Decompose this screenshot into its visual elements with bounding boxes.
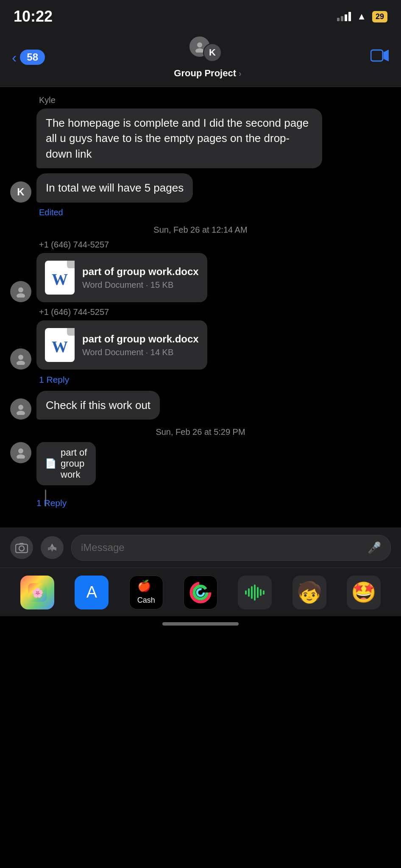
svg-point-10 <box>18 448 23 453</box>
signal-icon <box>337 12 351 21</box>
timestamp: Sun, Feb 26 at 12:14 AM <box>10 225 391 235</box>
svg-marker-3 <box>384 50 389 61</box>
dock-emoji-person-icon[interactable]: 🤩 <box>347 576 381 609</box>
group-avatars: K <box>189 36 227 65</box>
reply-preview-row: 📄 part of group work 1 Reply <box>10 442 391 514</box>
file-icon: W <box>45 261 75 295</box>
file-message-row-2: W part of group work.docx Word Document … <box>10 320 391 370</box>
svg-point-11 <box>17 454 25 459</box>
camera-button[interactable] <box>10 536 33 559</box>
home-bar <box>162 622 239 626</box>
file-meta-2: Word Document · 14 KB <box>82 348 199 357</box>
svg-point-13 <box>19 546 24 551</box>
svg-point-6 <box>18 355 23 360</box>
word-w-icon-2: W <box>52 337 68 356</box>
camera-icon <box>15 542 28 553</box>
messages-area: Kyle The homepage is complete and I did … <box>0 87 401 528</box>
message-text: The homepage is complete and I did the s… <box>46 117 309 160</box>
message-avatar: K <box>10 181 31 203</box>
message-avatar-3 <box>10 398 31 420</box>
phone-label-2: +1 (646) 744-5257 <box>39 307 391 317</box>
person-icon-4 <box>15 447 27 459</box>
person-icon-3 <box>15 403 27 415</box>
svg-point-5 <box>17 293 25 298</box>
check-message-bubble[interactable]: Check if this work out <box>36 391 160 420</box>
memoji-face-icon: 🧒 <box>297 581 322 604</box>
person-icon-small <box>15 286 27 298</box>
phone-label-1: +1 (646) 744-5257 <box>39 240 391 250</box>
svg-point-0 <box>197 42 202 47</box>
message-bubble[interactable]: The homepage is complete and I did the s… <box>36 108 322 168</box>
apps-icon <box>46 541 58 554</box>
avatar-initial-k: K <box>209 47 216 58</box>
message-row-check: Check if this work out <box>10 391 391 420</box>
dock-photos-icon[interactable]: 🌸 <box>20 576 54 609</box>
activity-ring-icon <box>189 581 212 604</box>
back-badge-count: 58 <box>20 50 45 65</box>
file-name-2: part of group work.docx <box>82 332 199 345</box>
dock-appstore-icon[interactable]: A <box>75 576 109 609</box>
sender-label-kyle: Kyle <box>39 95 391 105</box>
dock-activity-icon[interactable] <box>184 576 217 609</box>
video-icon <box>370 48 389 63</box>
svg-point-7 <box>17 361 25 365</box>
reply-preview-bubble[interactable]: 📄 part of group work <box>36 442 144 485</box>
doc-icon: 📄 <box>45 458 56 469</box>
photos-icon: 🌸 <box>28 583 47 602</box>
file-info: part of group work.docx Word Document · … <box>82 265 199 289</box>
input-placeholder-text: iMessage <box>81 542 362 554</box>
file-name: part of group work.docx <box>82 265 199 278</box>
svg-rect-2 <box>371 50 383 61</box>
message-row: K In total we will have 5 pages <box>10 173 391 202</box>
group-name[interactable]: Group Project › <box>174 68 241 79</box>
svg-point-9 <box>17 411 25 415</box>
message-avatar <box>10 348 31 370</box>
dock-voice-icon[interactable] <box>238 576 272 609</box>
message-row: The homepage is complete and I did the s… <box>10 108 391 168</box>
dock-memoji-icon[interactable]: 🧒 <box>292 576 326 609</box>
file-attachment-bubble-2[interactable]: W part of group work.docx Word Document … <box>36 320 207 370</box>
apps-button[interactable] <box>41 536 64 559</box>
file-message-row: W part of group work.docx Word Document … <box>10 253 391 302</box>
group-header[interactable]: K Group Project › <box>174 36 241 79</box>
edited-label: Edited <box>39 208 391 217</box>
file-info-2: part of group work.docx Word Document · … <box>82 332 199 357</box>
reply-label-1[interactable]: 1 Reply <box>39 375 391 385</box>
reply-thread-container: 📄 part of group work 1 Reply <box>36 442 144 514</box>
file-icon-2: W <box>45 328 75 362</box>
status-bar: 10:22 ▲ 29 <box>0 0 401 30</box>
svg-text:🌸: 🌸 <box>32 587 44 598</box>
input-bar: iMessage 🎤 <box>0 528 401 568</box>
svg-point-4 <box>18 287 23 292</box>
message-avatar-4 <box>10 442 31 463</box>
file-fold-2 <box>67 328 75 336</box>
video-call-button[interactable] <box>370 48 389 66</box>
dock: 🌸 A 🍎Cash 🧒 🤩 <box>0 568 401 616</box>
file-fold <box>67 261 75 268</box>
svg-point-19 <box>197 589 204 596</box>
back-button[interactable]: ‹ 58 <box>12 50 45 65</box>
voice-wave-icon <box>245 584 265 601</box>
status-time: 10:22 <box>14 8 53 25</box>
avatar-k-label: K <box>17 186 24 198</box>
message-avatar <box>10 281 31 302</box>
word-w-icon: W <box>52 270 68 289</box>
file-meta: Word Document · 15 KB <box>82 280 199 290</box>
message-bubble[interactable]: In total we will have 5 pages <box>36 173 193 202</box>
dock-cash-icon[interactable]: 🍎Cash <box>129 576 163 609</box>
reply-preview-content: 📄 part of group work <box>36 442 96 485</box>
home-indicator <box>0 616 401 630</box>
message-text: In total we will have 5 pages <box>46 181 184 194</box>
person-icon-small-2 <box>15 353 27 365</box>
avatar-secondary: K <box>203 43 222 62</box>
back-arrow-icon: ‹ <box>12 50 17 64</box>
battery-indicator: 29 <box>372 11 387 22</box>
reply-label-2[interactable]: 1 Reply <box>36 498 144 508</box>
imessage-input[interactable]: iMessage 🎤 <box>71 535 391 561</box>
svg-point-1 <box>195 48 204 53</box>
cash-icon-symbol: 🍎Cash <box>137 579 155 606</box>
wifi-icon: ▲ <box>357 11 366 22</box>
appstore-icon-symbol: A <box>86 583 97 601</box>
emoji-person-icon: 🤩 <box>351 581 376 604</box>
file-attachment-bubble[interactable]: W part of group work.docx Word Document … <box>36 253 207 302</box>
